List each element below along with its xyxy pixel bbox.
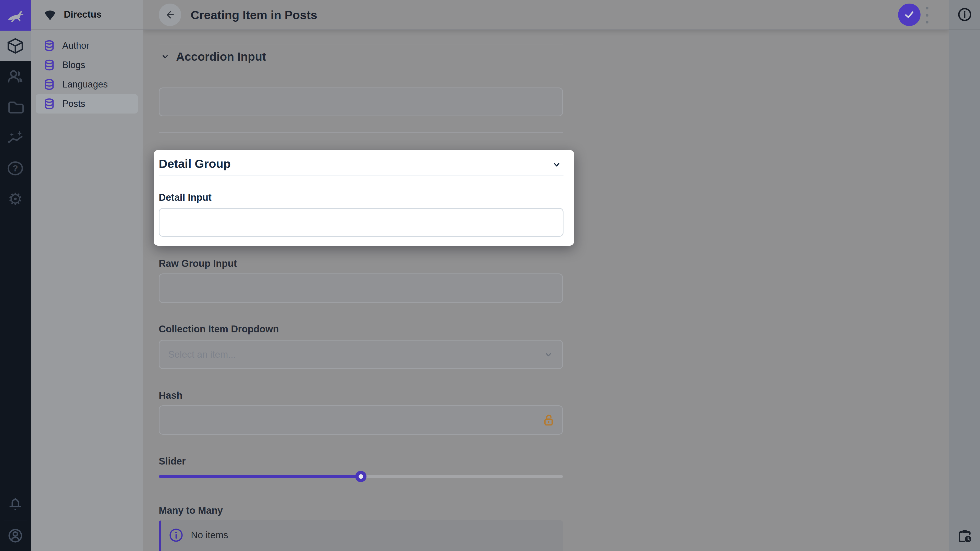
raw-group-input-label: Raw Group Input xyxy=(159,258,237,269)
rabbit-logo-icon xyxy=(6,6,25,25)
database-icon xyxy=(43,40,55,52)
nav-item-label: Blogs xyxy=(62,60,85,70)
raw-group-input-field xyxy=(159,273,563,303)
info-circle-icon xyxy=(169,528,183,542)
nav-sidebar: Directus Author Blogs Languages Posts xyxy=(30,0,143,551)
help-icon: ? xyxy=(7,160,24,177)
hash-field xyxy=(159,405,563,435)
project-header[interactable]: Directus xyxy=(30,0,143,30)
kebab-dot xyxy=(926,6,928,10)
kebab-dot xyxy=(926,21,928,24)
directus-logo[interactable] xyxy=(0,0,30,30)
accordion-input-field xyxy=(159,87,563,116)
slider-control[interactable] xyxy=(159,471,563,482)
module-bar-bottom xyxy=(0,489,30,551)
chevron-down-icon[interactable] xyxy=(551,159,562,170)
many-to-many-label: Many to Many xyxy=(159,505,223,516)
module-bar: ? ⚙ xyxy=(0,0,30,551)
collection-item-dropdown-label: Collection Item Dropdown xyxy=(159,323,279,335)
nav-item-label: Author xyxy=(62,40,89,51)
save-button[interactable] xyxy=(898,3,921,26)
module-users[interactable] xyxy=(0,61,30,92)
chevron-down-icon xyxy=(543,349,554,360)
nav-item-languages[interactable]: Languages xyxy=(36,75,138,94)
section-divider xyxy=(159,44,563,44)
detail-group-card: Detail Group Detail Input xyxy=(154,150,574,246)
slider-handle[interactable] xyxy=(355,471,366,482)
detail-text-input[interactable] xyxy=(159,209,563,236)
info-sidebar-toggle[interactable] xyxy=(950,0,980,30)
module-insights[interactable] xyxy=(0,122,30,153)
svg-text:?: ? xyxy=(13,163,18,173)
database-icon xyxy=(43,98,55,110)
nav-item-author[interactable]: Author xyxy=(36,36,138,56)
nav-item-posts[interactable]: Posts xyxy=(36,94,138,114)
nav-item-label: Languages xyxy=(62,79,108,90)
chevron-down-icon xyxy=(160,52,170,62)
bell-icon xyxy=(7,496,24,513)
section-divider xyxy=(159,132,563,133)
database-icon xyxy=(43,59,55,71)
module-help[interactable]: ? xyxy=(0,153,30,184)
accordion-input-header[interactable]: Accordion Input xyxy=(160,49,266,64)
detail-input-field xyxy=(159,208,563,237)
detail-group-title: Detail Group xyxy=(159,157,231,171)
raw-group-text-input[interactable] xyxy=(159,274,562,302)
module-files[interactable] xyxy=(0,92,30,122)
slider-fill xyxy=(159,475,361,478)
kebab-dot xyxy=(926,14,928,17)
pending-actions-icon xyxy=(956,527,973,544)
page-header: Creating Item in Posts xyxy=(143,0,950,30)
hash-label: Hash xyxy=(159,389,183,401)
gear-icon: ⚙ xyxy=(8,191,23,207)
avatar-icon xyxy=(7,527,24,544)
box-icon xyxy=(7,38,24,54)
info-sidebar xyxy=(950,0,980,551)
users-icon xyxy=(7,68,24,85)
more-options-button[interactable] xyxy=(924,6,930,24)
check-icon xyxy=(904,9,915,21)
detail-input-label: Detail Input xyxy=(159,192,212,203)
module-settings[interactable]: ⚙ xyxy=(0,184,30,214)
card-divider xyxy=(159,176,563,176)
nav-item-label: Posts xyxy=(62,98,85,109)
folder-icon xyxy=(7,99,24,116)
project-fan-icon xyxy=(43,7,57,22)
notifications-button[interactable] xyxy=(0,489,30,519)
insights-icon xyxy=(7,129,24,146)
user-menu-button[interactable] xyxy=(0,520,30,551)
project-name: Directus xyxy=(64,9,102,20)
accordion-text-input[interactable] xyxy=(159,88,562,116)
dropdown-placeholder: Select an item... xyxy=(168,349,236,360)
database-icon xyxy=(43,79,55,90)
back-button[interactable] xyxy=(159,3,181,26)
slider-label: Slider xyxy=(159,455,186,467)
info-icon xyxy=(957,7,972,22)
arrow-left-icon xyxy=(164,9,176,21)
empty-items-text: No items xyxy=(191,530,228,540)
lock-open-icon xyxy=(542,414,555,427)
page-title: Creating Item in Posts xyxy=(191,0,317,30)
hash-text-input[interactable] xyxy=(159,406,562,434)
module-content[interactable] xyxy=(0,30,30,61)
accordion-section-title: Accordion Input xyxy=(176,49,266,64)
many-to-many-empty-notice: No items xyxy=(159,520,563,551)
nav-item-blogs[interactable]: Blogs xyxy=(36,56,138,75)
collection-item-dropdown[interactable]: Select an item... xyxy=(159,340,563,369)
revisions-button[interactable] xyxy=(950,520,980,551)
collections-nav: Author Blogs Languages Posts xyxy=(30,30,143,114)
